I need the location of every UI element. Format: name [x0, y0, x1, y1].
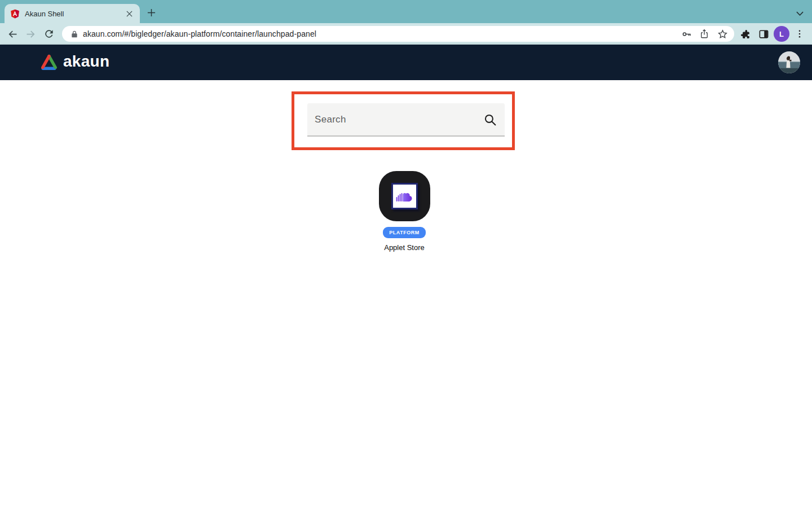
tab-close-icon[interactable]: [124, 8, 134, 19]
passwords-key-icon[interactable]: [681, 28, 692, 40]
extensions-puzzle-icon[interactable]: [739, 28, 752, 40]
tab-title: Akaun Shell: [25, 10, 124, 18]
akaun-logo[interactable]: akaun: [39, 45, 109, 80]
applet-inner-frame: [391, 183, 418, 209]
new-tab-button[interactable]: [145, 7, 157, 18]
browser-profile-avatar[interactable]: L: [774, 26, 789, 42]
side-panel-icon[interactable]: [757, 28, 770, 40]
akaun-triangle-icon: [39, 54, 59, 71]
page-content: PLATFORM Applet Store: [0, 80, 812, 508]
applet-store-icon[interactable]: [379, 171, 430, 221]
bookmark-star-icon[interactable]: [717, 28, 728, 40]
tab-list-chevron-icon[interactable]: [794, 8, 805, 19]
logo-text: akaun: [63, 54, 109, 71]
share-icon[interactable]: [699, 28, 710, 40]
platform-badge: PLATFORM: [383, 227, 425, 238]
angular-favicon-icon: [10, 9, 20, 19]
search-input[interactable]: [307, 103, 505, 137]
back-button[interactable]: [6, 28, 19, 40]
tab-strip: Akaun Shell: [0, 0, 812, 23]
applet-name: Applet Store: [348, 243, 461, 252]
reload-button[interactable]: [43, 28, 55, 40]
user-profile-avatar[interactable]: [778, 51, 800, 73]
url-text[interactable]: akaun.com/#/bigledger/akaun-platform/con…: [83, 29, 316, 38]
search-field[interactable]: [307, 103, 505, 137]
app-header: akaun: [0, 45, 812, 80]
forward-button[interactable]: [24, 28, 37, 40]
browser-toolbar: akaun.com/#/bigledger/akaun-platform/con…: [0, 23, 812, 45]
browser-menu-icon[interactable]: [793, 28, 806, 40]
url-bar[interactable]: akaun.com/#/bigledger/akaun-platform/con…: [62, 26, 734, 42]
lock-icon: [70, 30, 78, 38]
applet-tile[interactable]: PLATFORM Applet Store: [348, 171, 461, 252]
soundcloud-chart-icon: [396, 190, 413, 203]
browser-tab[interactable]: Akaun Shell: [5, 4, 140, 23]
profile-initial: L: [779, 30, 784, 38]
browser-window: Akaun Shell akaun.com/#/bigledger/akaun-…: [0, 0, 812, 508]
search-icon[interactable]: [483, 113, 497, 127]
avatar-photo: [778, 51, 800, 73]
